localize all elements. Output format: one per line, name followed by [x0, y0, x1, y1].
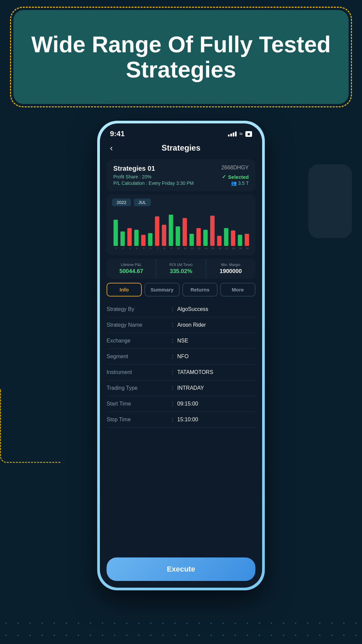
signal-icon — [228, 131, 237, 137]
svg-rect-33 — [203, 230, 207, 246]
svg-text:14: 14 — [204, 247, 207, 250]
info-key-trading-type: Trading Type — [107, 385, 172, 391]
tab-info[interactable]: Info — [107, 283, 142, 297]
svg-text:10: 10 — [177, 247, 180, 250]
dashed-corner-decoration — [0, 389, 60, 463]
status-time: 9:41 — [110, 129, 125, 138]
table-row: Exchange : NSE — [107, 333, 255, 349]
svg-rect-23 — [134, 230, 138, 246]
table-row: Instrument : TATAMOTORS — [107, 365, 255, 380]
info-val-instrument: TATAMOTORS — [177, 369, 255, 375]
svg-text:3: 3 — [129, 247, 131, 250]
svg-text:11: 11 — [184, 247, 186, 250]
nav-header: ‹ Strategies — [100, 142, 262, 158]
svg-rect-22 — [127, 228, 132, 246]
profit-share-label: Profit Share : 20% — [113, 174, 152, 179]
tab-more[interactable]: More — [220, 283, 255, 297]
svg-text:6: 6 — [150, 247, 151, 250]
battery-icon: ■ — [245, 131, 252, 137]
metrics-row: Lifetime P&L 50044.67 ROI (All Time) 335… — [107, 259, 255, 279]
status-icons: ≈ ■ — [228, 130, 252, 138]
svg-rect-32 — [196, 228, 201, 246]
info-key-stop-time: Stop Time — [107, 417, 172, 423]
svg-rect-35 — [217, 236, 222, 246]
ghost-phone-decoration — [308, 164, 352, 238]
chart-year-tag: 2022 — [112, 199, 131, 206]
execute-button[interactable]: Execute — [107, 557, 255, 581]
svg-rect-21 — [120, 231, 125, 246]
svg-text:1: 1 — [115, 247, 117, 250]
svg-text:19: 19 — [239, 247, 242, 250]
table-row: Strategy Name : Aroon Rider — [107, 317, 255, 333]
wifi-icon: ≈ — [239, 130, 243, 138]
svg-text:9: 9 — [171, 247, 172, 250]
svg-rect-39 — [245, 234, 249, 246]
phone-outer-border: 9:41 ≈ ■ ‹ Strategies — [97, 121, 265, 590]
metric-min-margin-label: Min. Margin — [221, 263, 240, 267]
page-title: Strategies — [162, 143, 200, 153]
svg-text:20: 20 — [246, 247, 249, 250]
svg-rect-25 — [148, 233, 153, 246]
info-val-strategy-by: AlgoSuccess — [177, 306, 255, 312]
svg-rect-37 — [231, 230, 235, 246]
svg-text:18: 18 — [232, 247, 235, 250]
info-key-start-time: Start Time — [107, 401, 172, 407]
svg-rect-36 — [224, 228, 228, 246]
info-key-instrument: Instrument — [107, 369, 172, 375]
svg-text:17: 17 — [225, 247, 228, 250]
svg-text:13: 13 — [198, 247, 200, 250]
status-bar: 9:41 ≈ ■ — [100, 123, 262, 142]
selected-badge: ✓ Selected — [222, 174, 249, 180]
check-icon: ✓ — [222, 174, 226, 180]
metric-min-margin: Min. Margin 1900000 — [206, 259, 255, 279]
svg-rect-29 — [176, 226, 180, 246]
hero-title: Wide Range Of Fully Tested Strategies — [13, 32, 349, 82]
pl-calc-label: P/L Calculation : Every Friday 3:30 PM — [113, 180, 194, 186]
svg-text:12: 12 — [191, 247, 193, 250]
table-row: Stop Time : 15:10:00 — [107, 412, 255, 428]
svg-text:16: 16 — [218, 247, 221, 250]
svg-text:5: 5 — [143, 247, 144, 250]
tab-row: Info Summary Returns More — [107, 283, 255, 297]
metric-roi: ROI (All Time) 335.02% — [156, 259, 205, 279]
top-hero-card: Wide Range Of Fully Tested Strategies — [13, 10, 349, 104]
info-key-segment: Segment — [107, 354, 172, 360]
metric-min-margin-value: 1900000 — [220, 268, 242, 275]
svg-text:8: 8 — [164, 247, 165, 250]
svg-rect-28 — [169, 215, 173, 246]
info-key-exchange: Exchange — [107, 338, 172, 344]
svg-rect-20 — [114, 220, 118, 246]
metric-lifetime-pl-label: Lifetime P&L — [121, 263, 141, 267]
user-count: 👥 3.5 T — [231, 180, 249, 186]
users-icon: 👥 — [231, 180, 237, 186]
svg-text:4: 4 — [136, 247, 138, 250]
info-val-exchange: NSE — [177, 338, 255, 344]
info-val-trading-type: INTRADAY — [177, 385, 255, 391]
metric-lifetime-pl-value: 50044.67 — [119, 268, 143, 275]
phone-frame: 9:41 ≈ ■ ‹ Strategies — [97, 121, 265, 590]
svg-rect-38 — [238, 235, 242, 246]
tab-summary[interactable]: Summary — [144, 283, 180, 297]
svg-text:15: 15 — [212, 247, 214, 250]
info-table: Strategy By : AlgoSuccess Strategy Name … — [100, 302, 262, 552]
strategy-card: Strategies 01 2668DHGY Profit Share : 20… — [107, 159, 255, 191]
table-row: Trading Type : INTRADAY — [107, 380, 255, 396]
table-row: Strategy By : AlgoSuccess — [107, 302, 255, 317]
svg-rect-24 — [141, 235, 145, 246]
chart-container: 2022 JUL 1 2 3 4 5 6 7 8 9 10 11 — [107, 195, 255, 255]
svg-rect-31 — [189, 234, 194, 246]
strategy-name: Strategies 01 — [113, 165, 155, 172]
chart-header: 2022 JUL — [112, 199, 250, 206]
back-button[interactable]: ‹ — [110, 143, 113, 153]
phone-screen: 9:41 ≈ ■ ‹ Strategies — [100, 123, 262, 588]
strategy-code: 2668DHGY — [221, 165, 249, 171]
metric-lifetime-pl: Lifetime P&L 50044.67 — [107, 259, 156, 279]
svg-rect-26 — [155, 216, 159, 246]
chart-month-tag: JUL — [134, 199, 151, 206]
metric-roi-label: ROI (All Time) — [169, 263, 192, 267]
info-key-strategy-name: Strategy Name — [107, 322, 172, 328]
table-row: Segment : NFO — [107, 349, 255, 365]
bar-chart: 1 2 3 4 5 6 7 8 9 10 11 12 13 14 15 16 1 — [112, 210, 250, 250]
tab-returns[interactable]: Returns — [182, 283, 218, 297]
info-val-strategy-name: Aroon Rider — [177, 322, 255, 328]
